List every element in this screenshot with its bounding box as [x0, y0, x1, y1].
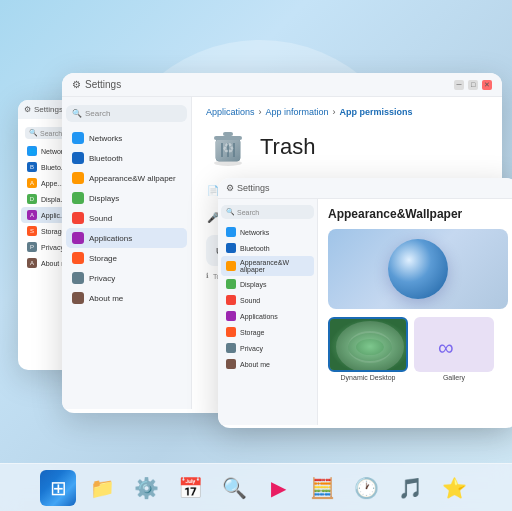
- sidebar-item-appearance-front[interactable]: Appearance&W allpaper: [221, 256, 314, 276]
- privacy-icon-back: P: [27, 242, 37, 252]
- search-bar-front[interactable]: 🔍 Search: [221, 205, 314, 219]
- breadcrumb-appinfo[interactable]: App information: [266, 107, 329, 117]
- gear-icon-front: ⚙: [226, 183, 234, 193]
- sidebar-item-privacy-main[interactable]: Privacy: [66, 268, 187, 288]
- sidebar-item-bluetooth-front[interactable]: Bluetooth: [221, 240, 314, 256]
- breadcrumb-sep1: ›: [259, 107, 262, 117]
- label: Sound: [240, 297, 260, 304]
- settings-icon: ⚙️: [134, 476, 159, 500]
- network-icon-front: [226, 227, 236, 237]
- sidebar-label-apps: Applications: [89, 234, 132, 243]
- sidebar-item-networks-main[interactable]: Networks: [66, 128, 187, 148]
- sidebar-item-displays-main[interactable]: Displays: [66, 188, 187, 208]
- thumb-container-gallery: ∞ Gallery: [414, 317, 494, 381]
- sidebar-item-applications-front[interactable]: Applications: [221, 308, 314, 324]
- appearance-icon-front: [226, 261, 236, 271]
- label: About me: [240, 361, 270, 368]
- sound-icon-main: [72, 212, 84, 224]
- appearance-title: Appearance&Wallpaper: [328, 207, 508, 221]
- taskbar-clock[interactable]: 🕐: [348, 470, 384, 506]
- photos-icon: ⭐: [442, 476, 467, 500]
- network-icon-main: [72, 132, 84, 144]
- taskbar-start[interactable]: ⊞: [40, 470, 76, 506]
- wallpaper-dynamic-desktop[interactable]: [328, 317, 408, 372]
- sidebar-item-storage-main[interactable]: Storage: [66, 248, 187, 268]
- bluetooth-icon-back: B: [27, 162, 37, 172]
- wallpaper-gallery[interactable]: ∞: [414, 317, 494, 372]
- sidebar-item-about-front[interactable]: About me: [221, 356, 314, 372]
- display-icon-front: [226, 279, 236, 289]
- taskbar-music[interactable]: 🎵: [392, 470, 428, 506]
- taskbar-video[interactable]: ▶: [260, 470, 296, 506]
- search-icon-front: 🔍: [226, 208, 235, 216]
- taskbar-search[interactable]: 🔍: [216, 470, 252, 506]
- sidebar-item-sound-front[interactable]: Sound: [221, 292, 314, 308]
- gallery-label: Gallery: [443, 374, 465, 381]
- about-icon-front: [226, 359, 236, 369]
- search-icon-main: 🔍: [72, 109, 82, 118]
- svg-text:∞: ∞: [438, 335, 454, 360]
- search-icon-back: 🔍: [29, 129, 38, 137]
- search-taskbar-icon: 🔍: [222, 476, 247, 500]
- sound-icon-front: [226, 295, 236, 305]
- sidebar-label: Appe...: [41, 180, 63, 187]
- search-placeholder-back: Search: [40, 130, 62, 137]
- sidebar-label-displays: Displays: [89, 194, 119, 203]
- calendar-icon: 📅: [178, 476, 203, 500]
- taskbar-files[interactable]: 📁: [84, 470, 120, 506]
- taskbar-photos[interactable]: ⭐: [436, 470, 472, 506]
- sidebar-item-storage-front[interactable]: Storage: [221, 324, 314, 340]
- label: Bluetooth: [240, 245, 270, 252]
- taskbar: ⊞ 📁 ⚙️ 📅 🔍 ▶ 🧮 🕐 🎵 ⭐: [0, 463, 512, 511]
- taskbar-settings[interactable]: ⚙️: [128, 470, 164, 506]
- front-content-area: 🔍 Search Networks Bluetooth Appearance&W…: [218, 199, 512, 425]
- sidebar-item-networks-front[interactable]: Networks: [221, 224, 314, 240]
- titlebar-main-label: Settings: [85, 79, 121, 90]
- wallpaper-grid: Dynamic Desktop ∞ Gallery: [328, 317, 508, 381]
- search-placeholder-front: Search: [237, 209, 259, 216]
- sidebar-item-appearance-main[interactable]: Appearance&W allpaper: [66, 168, 187, 188]
- bluetooth-icon-main: [72, 152, 84, 164]
- gear-icon-main: ⚙: [72, 79, 81, 90]
- label: Displays: [240, 281, 266, 288]
- sidebar-item-about-main[interactable]: About me: [66, 288, 187, 308]
- front-main-panel: Appearance&Wallpaper: [318, 199, 512, 425]
- label: Appearance&W allpaper: [240, 259, 309, 273]
- minimize-button[interactable]: ─: [454, 80, 464, 90]
- sidebar-item-displays-front[interactable]: Displays: [221, 276, 314, 292]
- search-bar-main[interactable]: 🔍 Search: [66, 105, 187, 122]
- breadcrumb: Applications › App information › App per…: [206, 107, 488, 117]
- label: Storage: [240, 329, 265, 336]
- network-icon-back: 🌐: [27, 146, 37, 156]
- app-title: Trash: [260, 134, 315, 160]
- settings-window-front: ⚙ Settings 🔍 Search Networks Bluetooth A…: [218, 178, 512, 428]
- storage-icon-main: [72, 252, 84, 264]
- info-icon: ℹ: [206, 272, 209, 280]
- sidebar-label-privacy: Privacy: [89, 274, 115, 283]
- maximize-button[interactable]: □: [468, 80, 478, 90]
- music-icon: 🎵: [398, 476, 423, 500]
- start-icon: ⊞: [50, 476, 67, 500]
- appearance-icon-back: A: [27, 178, 37, 188]
- titlebar-main: ⚙ Settings ─ □ ✕: [62, 73, 502, 97]
- thumb-container-dynamic: Dynamic Desktop: [328, 317, 408, 381]
- about-icon-back: A: [27, 258, 37, 268]
- display-icon-main: [72, 192, 84, 204]
- about-icon-main: [72, 292, 84, 304]
- sidebar-item-bluetooth-main[interactable]: Bluetooth: [66, 148, 187, 168]
- svg-text:♻: ♻: [222, 140, 235, 156]
- appearance-icon-main: [72, 172, 84, 184]
- taskbar-calculator[interactable]: 🧮: [304, 470, 340, 506]
- sidebar-item-privacy-front[interactable]: Privacy: [221, 340, 314, 356]
- sidebar-item-sound-main[interactable]: Sound: [66, 208, 187, 228]
- breadcrumb-apps[interactable]: Applications: [206, 107, 255, 117]
- main-sidebar: 🔍 Search Networks Bluetooth Appearance&W…: [62, 97, 192, 409]
- close-button[interactable]: ✕: [482, 80, 492, 90]
- sidebar-item-applications-main[interactable]: Applications: [66, 228, 187, 248]
- app-info-header: ♻ Trash: [206, 125, 488, 169]
- trash-icon: ♻: [206, 125, 250, 169]
- wallpaper-preview: [328, 229, 508, 309]
- taskbar-calendar[interactable]: 📅: [172, 470, 208, 506]
- label: Applications: [240, 313, 278, 320]
- bluetooth-icon-front: [226, 243, 236, 253]
